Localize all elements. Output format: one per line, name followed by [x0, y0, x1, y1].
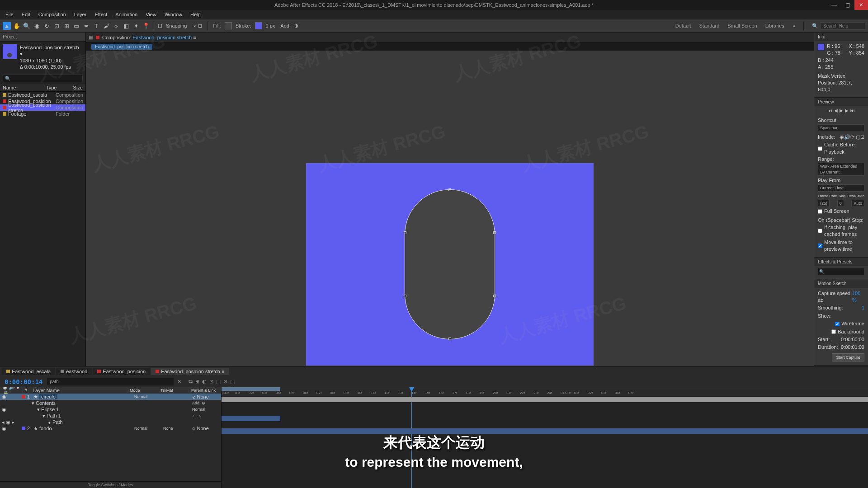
vertex-handle[interactable]: [493, 295, 496, 297]
orbit-tool[interactable]: ◉: [33, 22, 41, 30]
hand-tool[interactable]: ✋: [13, 22, 21, 30]
ifcache-checkbox[interactable]: [818, 229, 822, 233]
layer-row[interactable]: ◉ 2 ★ fondo Normal None ⊘ None: [0, 425, 221, 432]
start-capture-button[interactable]: Start Capture: [832, 353, 864, 362]
selection-tool[interactable]: ▲: [3, 22, 11, 30]
panbehind-tool[interactable]: ⊞: [62, 22, 71, 30]
tl-icon[interactable]: ⬚: [230, 379, 235, 385]
time-ruler[interactable]: ):00f01f02f03f04f05f06f07f08f09f10f11f12…: [222, 387, 868, 396]
vertex-handle[interactable]: [493, 231, 496, 234]
rect-tool[interactable]: ▭: [72, 22, 80, 30]
background-checkbox[interactable]: [831, 329, 836, 334]
comp-thumbnail[interactable]: [3, 44, 17, 59]
fill-swatch[interactable]: [225, 22, 232, 29]
tl-icon[interactable]: ◐: [202, 379, 207, 385]
fullscreen-checkbox[interactable]: [818, 209, 822, 214]
stroke-swatch[interactable]: [255, 22, 262, 29]
last-frame-icon[interactable]: ⏭: [850, 108, 855, 113]
cache-checkbox[interactable]: [818, 146, 822, 151]
preview-header[interactable]: Preview: [814, 98, 868, 106]
tl-icon[interactable]: ⊡: [209, 379, 213, 385]
menu-view[interactable]: View: [142, 11, 160, 18]
clone-tool[interactable]: ⟐: [112, 22, 120, 30]
effects-header[interactable]: Effects & Presets: [814, 258, 868, 266]
vertex-handle[interactable]: [404, 295, 406, 297]
close-button[interactable]: ✕: [854, 0, 868, 10]
workspace-standard[interactable]: Standard: [699, 23, 720, 28]
col-parent[interactable]: Parent & Link: [191, 388, 218, 393]
layer-row[interactable]: ◉ ▾ Elipse 1 Normal: [0, 406, 221, 413]
tl-icon[interactable]: ⊞: [195, 379, 199, 385]
workspace-libraries[interactable]: Libraries: [765, 23, 784, 28]
snapping-checkbox[interactable]: ☐: [158, 23, 162, 29]
layer-row[interactable]: ▾ Contents Add: ⊕: [0, 400, 221, 406]
fr-select[interactable]: (25): [818, 200, 830, 207]
project-item[interactable]: Eastwood_posicion stretchComposition: [0, 104, 85, 111]
current-timecode[interactable]: 0:00:00:14: [0, 378, 47, 385]
tl-icon[interactable]: ↹: [189, 379, 193, 385]
eraser-tool[interactable]: ◧: [122, 22, 130, 30]
zoom-tool[interactable]: 🔍: [23, 22, 31, 30]
menu-layer[interactable]: Layer: [71, 11, 90, 18]
vertex-handle[interactable]: [448, 188, 451, 191]
shape-ellipse[interactable]: [405, 189, 495, 339]
layer-icon[interactable]: ▦: [89, 34, 93, 40]
pen-tool[interactable]: ✒: [82, 22, 90, 30]
timeline-tab[interactable]: Eastwood_posicion stretch ≡: [151, 368, 229, 375]
menu-animation[interactable]: Animation: [112, 11, 141, 18]
workspace-small[interactable]: Small Screen: [727, 23, 757, 28]
tl-icon[interactable]: ⊙: [223, 379, 227, 385]
playfrom-select[interactable]: Current Time: [818, 184, 864, 192]
col-mode[interactable]: Mode: [130, 388, 157, 393]
vertex-handle[interactable]: [404, 231, 406, 234]
next-frame-icon[interactable]: ▶: [845, 108, 849, 113]
canvas[interactable]: [306, 163, 594, 366]
col-num[interactable]: #: [24, 388, 29, 393]
stroke-width[interactable]: 0 px: [264, 23, 277, 28]
work-area-bar[interactable]: [222, 387, 280, 391]
menu-composition[interactable]: Composition: [35, 11, 70, 18]
puppet-tool[interactable]: 📍: [142, 22, 150, 30]
toggle-switches-button[interactable]: Toggle Switches / Modes: [0, 481, 221, 488]
timeline-tracks[interactable]: ):00f01f02f03f04f05f06f07f08f09f10f11f12…: [222, 387, 868, 488]
include-icons[interactable]: ◉🔊⟳ ▢⊡: [840, 134, 864, 141]
menu-file[interactable]: File: [2, 11, 17, 18]
roto-tool[interactable]: ✦: [132, 22, 140, 30]
workspace-default[interactable]: Default: [675, 23, 691, 28]
res-select[interactable]: Auto: [851, 200, 864, 207]
shortcut-select[interactable]: Spacebar: [818, 124, 864, 132]
timeline-tab[interactable]: eastwood: [56, 368, 92, 375]
rotate-tool[interactable]: ↻: [42, 22, 51, 30]
col-layer[interactable]: Layer Name: [33, 388, 126, 393]
layer-row[interactable]: ◂ ◉ ▸ ⬥ Path: [0, 419, 221, 425]
layer-row[interactable]: ◉ 1 ★ circulo Normal ⊘ None: [0, 394, 221, 400]
project-item[interactable]: FootageFolder: [0, 111, 85, 117]
project-panel-header[interactable]: Project: [0, 33, 85, 42]
motion-header[interactable]: Motion Sketch: [814, 279, 868, 288]
add-menu-icon[interactable]: ⊕: [294, 23, 298, 29]
wireframe-checkbox[interactable]: [835, 322, 840, 326]
minimize-button[interactable]: —: [827, 0, 841, 10]
layer-row[interactable]: ▾ Path 1 ⬦—⬦: [0, 413, 221, 419]
workspace-overflow-icon[interactable]: »: [793, 23, 795, 28]
smooth-value[interactable]: 1: [862, 305, 864, 311]
comp-name[interactable]: Eastwood_posicion stretch ▾: [20, 44, 83, 57]
movetime-checkbox[interactable]: [818, 244, 822, 248]
col-size[interactable]: Size: [73, 85, 83, 90]
maximize-button[interactable]: ▢: [841, 0, 854, 10]
menu-window[interactable]: Window: [161, 11, 186, 18]
layer-bar[interactable]: [222, 397, 868, 402]
timeline-tab[interactable]: Eastwood_escala: [2, 368, 55, 375]
comp-tab-label[interactable]: Composition: Eastwood_posicion stretch ≡: [102, 35, 196, 40]
menu-help[interactable]: Help: [187, 11, 204, 18]
capspeed-value[interactable]: 100 %: [852, 290, 864, 304]
breadcrumb-item[interactable]: Eastwood_posicion stretch: [91, 44, 152, 50]
info-header[interactable]: Info: [814, 33, 868, 41]
menu-edit[interactable]: Edit: [18, 11, 34, 18]
search-clear-icon[interactable]: ✕: [174, 379, 185, 385]
help-search-input[interactable]: [820, 22, 865, 30]
vertex-handle[interactable]: [448, 338, 451, 340]
project-item[interactable]: Eastwood_escalaComposition: [0, 92, 85, 98]
play-icon[interactable]: ▶: [840, 108, 843, 113]
first-frame-icon[interactable]: ⏮: [828, 108, 832, 113]
